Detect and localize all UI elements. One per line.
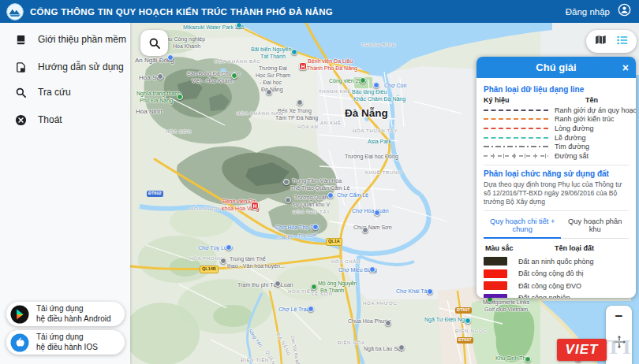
line-symbol [484,110,548,111]
account-icon[interactable] [618,3,631,20]
map-marker-gray-icon[interactable] [385,320,391,326]
map-label: Chợ Hòa Xuân [352,208,389,214]
map-marker-gray-icon[interactable] [157,73,163,80]
map-label: Chợ Khái Tây [396,288,430,294]
map-marker-green-icon[interactable] [311,284,317,290]
map-label: HÒA TIẾN [288,289,315,294]
line-symbol [484,137,548,139]
map-label: LÊ SƠN [312,292,333,296]
landuse-color-swatch [484,281,507,290]
map-label: - Đại học [260,80,282,85]
map-label: Bãi biển Nguyễn [251,46,291,52]
legend-panel: Chú giải × Phân loại dữ liệu dạng line K… [476,57,636,298]
map-marker-gray-icon[interactable] [398,344,405,351]
landuse-description: Dựa theo quy định trong Phụ lục của Thôn… [484,180,629,206]
map-label: Đà Nẵng [345,107,388,119]
legend-title: Chú giải [536,61,576,73]
map-marker-green-icon[interactable] [360,77,366,84]
sidebar-item-label: Hướng dẫn sử dụng [38,61,124,72]
map-label: Trung Tâm Văn Hóa [292,178,342,184]
map-label: Golf club Vietnam [484,306,528,312]
viettimes-watermark: VIET [557,339,607,361]
map-marker-gray-icon[interactable] [297,99,303,106]
watermark-ghost-letters: TI [607,336,633,359]
map-label: Trường Quân [294,195,327,200]
map-marker-teal-icon[interactable] [465,318,471,324]
map-marker-blue-icon[interactable] [308,306,314,312]
map-label: HÒA PHƯỚC [363,301,398,306]
map-marker-blue-icon[interactable] [369,266,376,273]
map-label: HÒA KHÁNH BẮC [215,59,260,64]
app-download-label: Tải ứng dụnghệ điều hành IOS [36,332,98,352]
map-label: Chùa Nam Sơn [353,225,392,230]
legend-line-row: Ranh giới kiến trúc [484,115,629,124]
map-label: Khu Công nghiệp [163,36,205,42]
landuse-name: Đất công cộng đô thị [518,269,584,277]
legend-tab-1[interactable]: Quy hoạch chi tiết + chung [484,215,561,239]
app-header: CỔNG THÔNG TIN QUY HOẠCH KIẾN TRÚC THÀNH… [0,0,639,23]
map-marker-gray-icon[interactable] [283,179,290,185]
map-marker-blue-icon[interactable] [427,288,433,295]
map-marker-blue-icon[interactable] [374,210,380,216]
map-layers-icon[interactable] [594,33,607,50]
map-label: Hòa Ninh [136,108,162,115]
map-marker-blue-icon[interactable] [226,244,232,251]
map-marker-green-icon[interactable] [177,94,183,100]
map-type-control [586,30,637,53]
line-name: Lề đường [555,134,585,142]
map-label: THANH KHÊ [319,89,351,94]
map-marker-hospital-icon[interactable]: H [251,202,259,210]
map-marker-gray-icon[interactable] [285,197,291,203]
map-marker-green-icon[interactable] [525,356,531,362]
zoom-out-button[interactable]: − [615,310,623,323]
sidebar-item-book[interactable]: Giới thiệu phần mềm [0,29,130,50]
legend-body: Phân loại dữ liệu dạng line Ký hiệu Tên … [476,78,636,298]
map-marker-blue-icon[interactable] [373,82,379,88]
road-badge: QL1A [326,238,342,246]
map-label: KHUÊ TRUNG [365,170,402,175]
google-play-icon [10,305,29,324]
book-icon [14,33,27,46]
map-marker-blue-icon[interactable] [327,192,334,199]
map-label: Asia Park [368,139,391,144]
sidebar-item-search[interactable]: Tra cứu [0,82,130,102]
map-marker-blue-icon[interactable] [167,54,174,61]
landuse-row: Đất an ninh quốc phòng [484,255,629,268]
login-button[interactable]: Đăng nhập [566,7,610,17]
map-label: Khắc Chăm Đà Nẵng [353,96,405,102]
map-marker-gray-icon[interactable] [266,89,272,95]
map-marker-gray-icon[interactable] [362,227,368,233]
map-marker-gray-icon[interactable] [220,258,226,264]
close-icon[interactable]: × [622,62,629,73]
legend-line-row: Lòng đường [484,124,629,133]
map-label: Trường Đại [259,65,287,71]
map-marker-blue-icon[interactable] [312,224,319,230]
map-label: Mộ ông Nguyễn [318,280,357,286]
legend-tab-2[interactable]: Quy hoạch phân khu [561,215,629,238]
line-table-header: Ký hiệu Tên [484,96,629,104]
app-download-ios[interactable]: Tải ứng dụnghệ điều hành IOS [6,330,125,355]
app-download-android[interactable]: Tải ứng dụnghệ điều hành Android [6,302,125,326]
sidebar-item-exit[interactable]: Thoát [0,110,130,130]
map-label: Việt - Hòa Khánh [192,78,234,84]
line-symbol [484,128,548,129]
legend-line-row: Đường sắt [484,151,629,161]
map-label: Trường Đại học Đông [345,154,398,159]
legend-list-icon[interactable] [616,34,629,50]
line-name: Ranh giới kiến trúc [555,115,614,123]
sidebar-item-doc[interactable]: Hướng dẫn sử dụng [0,57,130,77]
map-search-button[interactable] [140,30,168,56]
landuse-color-swatch [484,269,507,278]
map-marker-teal-icon[interactable] [291,49,297,55]
col-symbol: Ký hiệu [484,96,555,104]
sidebar-item-label: Tra cứu [38,87,71,98]
map-marker-gray-icon[interactable] [275,280,281,287]
map-marker-green-icon[interactable] [231,72,237,79]
map-marker-hospital-icon[interactable]: H [299,62,307,70]
legend-line-row: Lề đường [484,133,629,143]
exit-icon [14,113,27,126]
map-container[interactable]: Mikazuki Water Park 365Khu Công nghiệpHò… [130,23,639,364]
sidebar-item-label: Giới thiệu phần mềm [38,34,126,45]
legend-line-row: Tim đường [484,142,629,151]
landuse-table-header: Màu sắc Tên loại đất [484,244,629,252]
